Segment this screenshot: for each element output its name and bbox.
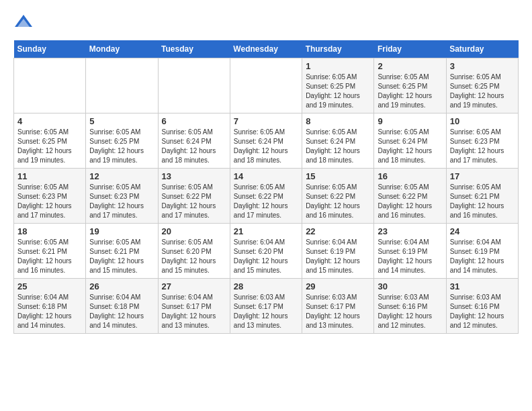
calendar-cell: 12Sunrise: 6:05 AM Sunset: 6:23 PM Dayli…: [86, 169, 158, 224]
day-info: Sunrise: 6:05 AM Sunset: 6:25 PM Dayligh…: [17, 128, 82, 165]
calendar-cell: 30Sunrise: 6:03 AM Sunset: 6:16 PM Dayli…: [374, 279, 446, 334]
day-info: Sunrise: 6:05 AM Sunset: 6:23 PM Dayligh…: [17, 183, 82, 220]
day-info: Sunrise: 6:03 AM Sunset: 6:16 PM Dayligh…: [450, 293, 515, 330]
day-of-week-monday: Monday: [86, 40, 158, 58]
day-number: 23: [378, 226, 442, 236]
day-number: 10: [450, 116, 515, 126]
day-info: Sunrise: 6:05 AM Sunset: 6:20 PM Dayligh…: [162, 238, 226, 275]
day-info: Sunrise: 6:04 AM Sunset: 6:19 PM Dayligh…: [306, 238, 370, 275]
day-of-week-tuesday: Tuesday: [158, 40, 230, 58]
day-number: 9: [378, 116, 442, 126]
day-info: Sunrise: 6:05 AM Sunset: 6:25 PM Dayligh…: [89, 128, 154, 165]
calendar-cell: 23Sunrise: 6:04 AM Sunset: 6:19 PM Dayli…: [374, 224, 446, 279]
calendar-cell: 13Sunrise: 6:05 AM Sunset: 6:22 PM Dayli…: [158, 169, 230, 224]
day-number: 22: [306, 226, 370, 236]
day-number: 11: [17, 171, 82, 181]
day-info: Sunrise: 6:05 AM Sunset: 6:22 PM Dayligh…: [234, 183, 298, 220]
day-number: 25: [17, 281, 82, 291]
day-number: 7: [234, 116, 298, 126]
day-number: 28: [234, 281, 298, 291]
day-info: Sunrise: 6:03 AM Sunset: 6:16 PM Dayligh…: [378, 293, 442, 330]
calendar-cell: 31Sunrise: 6:03 AM Sunset: 6:16 PM Dayli…: [446, 279, 518, 334]
day-number: 30: [378, 281, 442, 291]
day-info: Sunrise: 6:05 AM Sunset: 6:22 PM Dayligh…: [162, 183, 226, 220]
calendar-week-5: 25Sunrise: 6:04 AM Sunset: 6:18 PM Dayli…: [14, 279, 519, 334]
calendar-table: SundayMondayTuesdayWednesdayThursdayFrid…: [13, 40, 519, 334]
day-info: Sunrise: 6:05 AM Sunset: 6:23 PM Dayligh…: [450, 128, 515, 165]
day-of-week-sunday: Sunday: [14, 40, 86, 58]
calendar-cell: 2Sunrise: 6:05 AM Sunset: 6:25 PM Daylig…: [374, 58, 446, 113]
calendar-header: SundayMondayTuesdayWednesdayThursdayFrid…: [14, 40, 519, 58]
calendar-cell: 17Sunrise: 6:05 AM Sunset: 6:21 PM Dayli…: [446, 169, 518, 224]
calendar-cell: 14Sunrise: 6:05 AM Sunset: 6:22 PM Dayli…: [230, 169, 302, 224]
day-of-week-friday: Friday: [374, 40, 446, 58]
day-number: 2: [378, 61, 442, 71]
day-info: Sunrise: 6:05 AM Sunset: 6:23 PM Dayligh…: [89, 183, 154, 220]
day-number: 21: [234, 226, 298, 236]
calendar-cell: 15Sunrise: 6:05 AM Sunset: 6:22 PM Dayli…: [302, 169, 374, 224]
calendar-body: 1Sunrise: 6:05 AM Sunset: 6:25 PM Daylig…: [14, 58, 519, 334]
calendar-cell: 25Sunrise: 6:04 AM Sunset: 6:18 PM Dayli…: [14, 279, 86, 334]
calendar-cell: 10Sunrise: 6:05 AM Sunset: 6:23 PM Dayli…: [446, 113, 518, 169]
day-number: 14: [234, 171, 298, 181]
day-of-week-saturday: Saturday: [446, 40, 518, 58]
day-info: Sunrise: 6:05 AM Sunset: 6:22 PM Dayligh…: [378, 183, 442, 220]
day-info: Sunrise: 6:05 AM Sunset: 6:24 PM Dayligh…: [306, 128, 370, 165]
day-number: 13: [162, 171, 226, 181]
day-number: 16: [378, 171, 442, 181]
day-number: 4: [17, 116, 82, 126]
calendar-week-2: 4Sunrise: 6:05 AM Sunset: 6:25 PM Daylig…: [14, 113, 519, 169]
day-number: 27: [162, 281, 226, 291]
calendar-cell: 9Sunrise: 6:05 AM Sunset: 6:24 PM Daylig…: [374, 113, 446, 169]
day-info: Sunrise: 6:05 AM Sunset: 6:24 PM Dayligh…: [234, 128, 298, 165]
day-info: Sunrise: 6:05 AM Sunset: 6:21 PM Dayligh…: [17, 238, 82, 275]
day-of-week-thursday: Thursday: [302, 40, 374, 58]
day-number: 20: [162, 226, 226, 236]
calendar-cell: 19Sunrise: 6:05 AM Sunset: 6:21 PM Dayli…: [86, 224, 158, 279]
calendar-cell: 3Sunrise: 6:05 AM Sunset: 6:25 PM Daylig…: [446, 58, 518, 113]
day-number: 5: [89, 116, 154, 126]
day-info: Sunrise: 6:03 AM Sunset: 6:17 PM Dayligh…: [234, 293, 298, 330]
calendar-week-3: 11Sunrise: 6:05 AM Sunset: 6:23 PM Dayli…: [14, 169, 519, 224]
calendar-cell: 21Sunrise: 6:04 AM Sunset: 6:20 PM Dayli…: [230, 224, 302, 279]
day-number: 31: [450, 281, 515, 291]
calendar-cell: 7Sunrise: 6:05 AM Sunset: 6:24 PM Daylig…: [230, 113, 302, 169]
day-number: 15: [306, 171, 370, 181]
day-info: Sunrise: 6:04 AM Sunset: 6:18 PM Dayligh…: [89, 293, 154, 330]
calendar-cell: 16Sunrise: 6:05 AM Sunset: 6:22 PM Dayli…: [374, 169, 446, 224]
calendar-cell: [230, 58, 302, 113]
calendar-cell: 20Sunrise: 6:05 AM Sunset: 6:20 PM Dayli…: [158, 224, 230, 279]
day-number: 8: [306, 116, 370, 126]
day-info: Sunrise: 6:05 AM Sunset: 6:25 PM Dayligh…: [450, 73, 515, 110]
calendar-cell: 4Sunrise: 6:05 AM Sunset: 6:25 PM Daylig…: [14, 113, 86, 169]
logo-icon: [13, 13, 34, 30]
day-info: Sunrise: 6:04 AM Sunset: 6:18 PM Dayligh…: [17, 293, 82, 330]
day-of-week-wednesday: Wednesday: [230, 40, 302, 58]
day-number: 6: [162, 116, 226, 126]
day-number: 1: [306, 61, 370, 71]
calendar-cell: [86, 58, 158, 113]
day-info: Sunrise: 6:05 AM Sunset: 6:22 PM Dayligh…: [306, 183, 370, 220]
day-info: Sunrise: 6:05 AM Sunset: 6:25 PM Dayligh…: [378, 73, 442, 110]
day-number: 19: [89, 226, 154, 236]
calendar-cell: 18Sunrise: 6:05 AM Sunset: 6:21 PM Dayli…: [14, 224, 86, 279]
calendar-cell: [14, 58, 86, 113]
day-info: Sunrise: 6:05 AM Sunset: 6:25 PM Dayligh…: [306, 73, 370, 110]
calendar-cell: 8Sunrise: 6:05 AM Sunset: 6:24 PM Daylig…: [302, 113, 374, 169]
day-info: Sunrise: 6:05 AM Sunset: 6:24 PM Dayligh…: [378, 128, 442, 165]
day-info: Sunrise: 6:04 AM Sunset: 6:19 PM Dayligh…: [450, 238, 515, 275]
day-number: 24: [450, 226, 515, 236]
calendar-cell: 28Sunrise: 6:03 AM Sunset: 6:17 PM Dayli…: [230, 279, 302, 334]
day-number: 26: [89, 281, 154, 291]
day-info: Sunrise: 6:03 AM Sunset: 6:17 PM Dayligh…: [306, 293, 370, 330]
calendar-week-4: 18Sunrise: 6:05 AM Sunset: 6:21 PM Dayli…: [14, 224, 519, 279]
logo: [13, 13, 36, 30]
calendar-cell: 26Sunrise: 6:04 AM Sunset: 6:18 PM Dayli…: [86, 279, 158, 334]
day-info: Sunrise: 6:04 AM Sunset: 6:17 PM Dayligh…: [162, 293, 226, 330]
calendar-cell: 29Sunrise: 6:03 AM Sunset: 6:17 PM Dayli…: [302, 279, 374, 334]
day-info: Sunrise: 6:05 AM Sunset: 6:21 PM Dayligh…: [89, 238, 154, 275]
day-info: Sunrise: 6:04 AM Sunset: 6:19 PM Dayligh…: [378, 238, 442, 275]
day-info: Sunrise: 6:05 AM Sunset: 6:21 PM Dayligh…: [450, 183, 515, 220]
calendar-cell: 22Sunrise: 6:04 AM Sunset: 6:19 PM Dayli…: [302, 224, 374, 279]
calendar-week-1: 1Sunrise: 6:05 AM Sunset: 6:25 PM Daylig…: [14, 58, 519, 113]
